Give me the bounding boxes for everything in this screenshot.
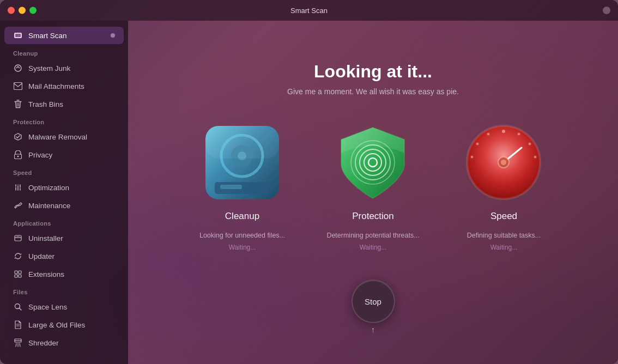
section-cleanup: Cleanup — [0, 45, 128, 59]
svg-point-43 — [529, 142, 531, 145]
svg-rect-33 — [220, 185, 242, 189]
sidebar-item-maintenance[interactable]: Maintenance — [4, 197, 124, 214]
sidebar-item-label: System Junk — [28, 64, 115, 72]
shredder-icon — [13, 338, 23, 348]
section-protection: Protection — [0, 113, 128, 128]
svg-rect-17 — [15, 275, 17, 277]
svg-rect-18 — [19, 275, 21, 277]
cleanup-card: Cleanup Looking for unneeded files... Wa… — [193, 123, 292, 253]
scan-title: Looking at it... — [314, 62, 432, 82]
svg-point-44 — [534, 155, 537, 158]
sidebar-item-extensions[interactable]: Extensions — [4, 265, 124, 283]
svg-rect-1 — [15, 34, 21, 37]
svg-point-2 — [15, 65, 21, 71]
title-bar-dot — [603, 7, 610, 14]
speed-svg-icon — [464, 123, 543, 202]
sidebar-item-label: Uninstaller — [28, 234, 115, 242]
title-bar: Smart Scan — [0, 0, 618, 21]
speed-card: Speed Defining suitable tasks... Waiting… — [455, 123, 553, 253]
sidebar-item-trash-bins[interactable]: Trash Bins — [4, 95, 124, 113]
section-speed: Speed — [0, 164, 128, 178]
window-title: Smart Scan — [290, 7, 328, 15]
optimization-icon — [13, 183, 23, 192]
space-lens-icon — [13, 302, 23, 312]
sidebar-item-optimization[interactable]: Optimization — [4, 179, 124, 196]
sidebar-item-updater[interactable]: Updater — [4, 247, 124, 265]
stop-button[interactable]: Stop ↑ — [352, 280, 395, 323]
svg-point-47 — [471, 155, 474, 158]
system-junk-icon — [13, 63, 23, 73]
large-files-icon — [13, 320, 23, 330]
svg-line-20 — [20, 308, 22, 311]
cleanup-card-label: Cleanup — [225, 211, 259, 222]
sidebar-item-uninstaller[interactable]: Uninstaller — [4, 229, 124, 247]
svg-point-45 — [487, 132, 490, 135]
sidebar-item-privacy[interactable]: Privacy — [4, 146, 124, 163]
protection-card: Protection Determining potential threats… — [324, 123, 422, 253]
sidebar-item-space-lens[interactable]: Space Lens — [4, 298, 124, 316]
svg-point-41 — [502, 130, 505, 133]
sidebar-item-label: Mail Attachments — [28, 82, 115, 90]
svg-rect-15 — [15, 271, 17, 274]
stop-button-label: Stop — [365, 297, 381, 306]
sidebar-item-label: Malware Removal — [28, 133, 115, 141]
svg-point-7 — [17, 156, 19, 157]
svg-point-42 — [518, 132, 520, 135]
sidebar-badge — [111, 33, 115, 38]
sidebar-item-label: Extensions — [28, 270, 115, 278]
protection-card-label: Protection — [352, 211, 394, 222]
protection-svg-icon — [334, 123, 413, 202]
cleanup-card-status: Looking for unneeded files... Waiting... — [199, 230, 285, 253]
speed-icon-container — [464, 123, 543, 202]
section-files: Files — [0, 283, 128, 298]
sidebar-item-shredder[interactable]: Shredder — [4, 334, 124, 351]
maximize-button[interactable] — [29, 7, 37, 14]
sidebar-item-label: Trash Bins — [28, 100, 115, 108]
sidebar-item-label: Updater — [28, 252, 115, 260]
trash-icon — [13, 99, 23, 109]
sidebar-item-label: Space Lens — [28, 303, 115, 311]
section-applications: Applications — [0, 215, 128, 229]
scan-cards: Cleanup Looking for unneeded files... Wa… — [193, 123, 553, 253]
close-button[interactable] — [8, 7, 15, 14]
sidebar-item-large-old-files[interactable]: Large & Old Files — [4, 316, 124, 333]
protection-icon-container — [334, 123, 413, 202]
cleanup-svg-icon — [203, 123, 282, 202]
minimize-button[interactable] — [19, 7, 26, 14]
sidebar-item-smart-scan[interactable]: Smart Scan — [4, 27, 124, 44]
main-content: Smart Scan Cleanup System Junk — [0, 21, 618, 364]
sidebar-item-label: Maintenance — [28, 202, 115, 210]
svg-line-27 — [20, 343, 20, 347]
sidebar-item-system-junk[interactable]: System Junk — [4, 59, 124, 77]
speed-card-status: Defining suitable tasks... Waiting... — [467, 230, 541, 253]
sidebar-item-label: Smart Scan — [28, 32, 105, 40]
svg-line-25 — [16, 343, 16, 347]
cleanup-icon-container — [203, 123, 282, 202]
sidebar-item-label: Privacy — [28, 151, 115, 159]
maintenance-icon — [13, 201, 23, 210]
app-window: Smart Scan Smart Scan Cleanup — [0, 0, 618, 364]
sidebar: Smart Scan Cleanup System Junk — [0, 21, 128, 364]
sidebar-item-malware-removal[interactable]: Malware Removal — [4, 128, 124, 145]
protection-card-status: Determining potential threats... Waiting… — [326, 230, 419, 253]
sidebar-item-label: Shredder — [28, 339, 115, 347]
sidebar-item-label: Large & Old Files — [28, 321, 115, 329]
sidebar-item-mail-attachments[interactable]: Mail Attachments — [4, 77, 124, 95]
speed-card-label: Speed — [490, 211, 517, 222]
svg-point-46 — [476, 142, 479, 145]
svg-rect-3 — [14, 83, 22, 90]
extensions-icon — [13, 269, 23, 279]
scan-subtitle: Give me a moment. We all wish it was eas… — [287, 87, 459, 96]
mail-icon — [13, 81, 23, 91]
svg-point-50 — [501, 160, 506, 165]
content-area: Looking at it... Give me a moment. We al… — [128, 21, 618, 364]
traffic-lights — [8, 7, 37, 14]
cursor-icon: ↑ — [371, 325, 375, 334]
svg-rect-34 — [205, 126, 279, 159]
malware-icon — [13, 132, 23, 142]
privacy-icon — [13, 150, 23, 160]
uninstaller-icon — [13, 233, 23, 243]
svg-rect-16 — [19, 271, 21, 274]
sidebar-item-label: Optimization — [28, 184, 115, 192]
smart-scan-icon — [13, 31, 23, 40]
